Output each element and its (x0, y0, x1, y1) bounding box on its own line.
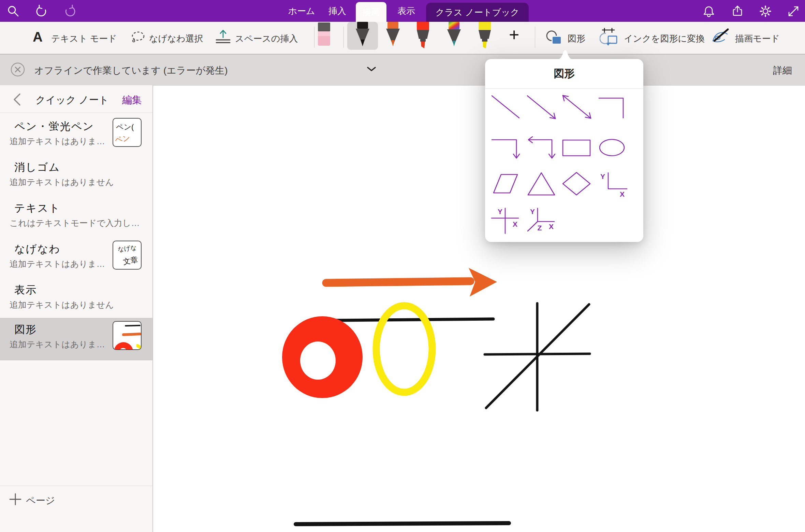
shape-elbow-arrow-left-down[interactable] (528, 137, 555, 158)
pen-options-chevron-icon[interactable] (367, 67, 376, 72)
draw-mode-button[interactable]: 描画モード (735, 33, 780, 45)
tab-insert[interactable]: 挿入 (329, 0, 346, 22)
ink-to-shape-icon (600, 27, 619, 48)
add-page-button[interactable]: ページ (0, 491, 152, 515)
pen-orange[interactable] (382, 22, 404, 50)
svg-text:なげな: なげな (117, 244, 137, 253)
note-canvas[interactable] (153, 85, 805, 532)
lasso-select-button[interactable]: なげなわ選択 (149, 33, 203, 45)
shapes-button[interactable]: 図形 (568, 33, 585, 45)
highlighter-yellow[interactable] (474, 22, 496, 50)
add-page-label: ページ (26, 494, 55, 507)
page-title: なげなわ (14, 242, 60, 256)
page-title: 表示 (14, 283, 37, 297)
page-subtitle: 追加テキストはありま… (10, 339, 105, 350)
axis-label-x: X (513, 220, 517, 228)
axis-label-y: Y (498, 208, 502, 215)
tab-class-notebook[interactable]: クラス ノートブック (426, 3, 529, 22)
offline-message: オフラインで作業しています (エラーが発生) (34, 64, 228, 77)
tab-draw[interactable]: 描画 (356, 2, 386, 22)
page-list-item[interactable]: なげなわ 追加テキストはありま… なげな 文章 (0, 238, 152, 279)
axis-label-x: X (549, 223, 554, 230)
shape-diagonal-line[interactable] (492, 96, 519, 118)
insert-space-button[interactable]: スペースの挿入 (235, 33, 298, 45)
offline-notification-bar: オフラインで作業しています (エラーが発生) 詳細 (0, 54, 805, 86)
svg-text:文章: 文章 (122, 255, 139, 266)
page-title: ペン・蛍光ペン (14, 119, 94, 134)
axis-label-z: Z (538, 224, 542, 232)
shape-corner-elbow[interactable] (599, 98, 623, 118)
page-subtitle: 追加テキストはありま… (10, 136, 105, 147)
bell-icon[interactable] (702, 5, 715, 18)
svg-text:ペン: ペン (114, 134, 131, 144)
shape-ellipse[interactable] (600, 139, 624, 156)
shape-diagonal-arrow[interactable] (527, 96, 555, 119)
ink-drawings (153, 85, 805, 532)
shape-elbow-arrow-down[interactable] (492, 140, 519, 158)
page-title: 図形 (14, 322, 37, 337)
add-pen-button[interactable]: + (509, 26, 519, 44)
page-thumbnail: ペン( ペン (113, 118, 142, 147)
offline-detail-link[interactable]: 詳細 (773, 64, 792, 77)
page-list-item[interactable]: ペン・蛍光ペン 追加テキストはありま… ペン( ペン (0, 115, 152, 156)
insert-space-icon (215, 29, 231, 46)
page-subtitle: 追加テキストはありません (10, 177, 114, 188)
page-subtitle: 追加テキストはありません (10, 299, 114, 310)
page-title: 消しゴム (14, 160, 60, 174)
plus-icon (9, 493, 22, 506)
edit-button[interactable]: 編集 (122, 93, 142, 107)
ink-arrow-shaft (326, 281, 470, 283)
text-mode-icon: A (33, 29, 43, 45)
undo-icon[interactable] (35, 5, 48, 18)
shape-rectangle[interactable] (563, 140, 590, 156)
text-mode-button[interactable]: テキスト モード (51, 33, 117, 45)
highlighter-red[interactable] (412, 22, 434, 50)
shape-axis-corner-xy[interactable] (608, 173, 627, 189)
section-title: クイック ノート (35, 93, 109, 107)
error-circle-icon (10, 62, 25, 77)
toolbar-divider (343, 27, 344, 48)
shapes-popup: 図形 (485, 59, 643, 242)
shape-diamond[interactable] (563, 172, 590, 195)
axis-label-x: X (620, 190, 625, 198)
page-list-item[interactable]: テキスト これはテキストモードで入力し… (0, 197, 152, 238)
toolbar-divider (535, 27, 535, 48)
onenote-app: ホーム 挿入 描画 表示 クラス ノートブック (0, 0, 805, 532)
axis-label-y: Y (600, 172, 605, 180)
share-icon[interactable] (731, 5, 744, 18)
divider (0, 112, 152, 113)
page-list-sidebar: クイック ノート 編集 ペン・蛍光ペン 追加テキストはありま… ペン( ペン 消… (0, 85, 153, 532)
shapes-icon (545, 29, 564, 47)
tab-home[interactable]: ホーム (289, 0, 314, 22)
pen-rainbow[interactable] (443, 22, 465, 50)
settings-gear-icon[interactable] (759, 5, 772, 18)
redo-icon[interactable] (63, 5, 76, 18)
lasso-icon (130, 31, 146, 45)
tab-view[interactable]: 表示 (398, 0, 415, 22)
shape-triangle[interactable] (528, 173, 555, 195)
ink-straight-line (296, 523, 509, 524)
fullscreen-icon[interactable] (787, 5, 800, 18)
divider (0, 486, 152, 486)
page-subtitle: これはテキストモードで入力し… (10, 217, 140, 229)
ink-donut-circle (282, 316, 363, 398)
page-subtitle: 追加テキストはありま… (10, 258, 105, 270)
page-list-item[interactable]: 消しゴム 追加テキストはありません (0, 156, 152, 197)
shape-diagonal-double-arrow[interactable] (563, 95, 591, 118)
pen-black[interactable] (352, 22, 374, 50)
svg-text:ペン(: ペン( (116, 123, 134, 131)
popup-callout-tail (558, 48, 573, 59)
chevron-left-icon[interactable] (12, 93, 22, 106)
axis-label-y: Y (530, 208, 535, 215)
top-app-bar: ホーム 挿入 描画 表示 クラス ノートブック (0, 0, 805, 22)
page-list-item[interactable]: 表示 追加テキストはありません (0, 279, 152, 320)
shape-parallelogram[interactable] (494, 174, 517, 193)
eraser-tool[interactable] (313, 22, 335, 50)
search-icon[interactable] (7, 5, 20, 18)
page-thumbnail: なげな 文章 (113, 241, 142, 270)
page-list-item-selected[interactable]: 図形 追加テキストはありま… (0, 318, 152, 360)
page-thumbnail (113, 321, 142, 350)
ink-axis-diagonal (485, 303, 590, 410)
draw-mode-icon (712, 27, 731, 44)
ink-to-shape-button[interactable]: インクを図形に変換 (624, 33, 705, 45)
